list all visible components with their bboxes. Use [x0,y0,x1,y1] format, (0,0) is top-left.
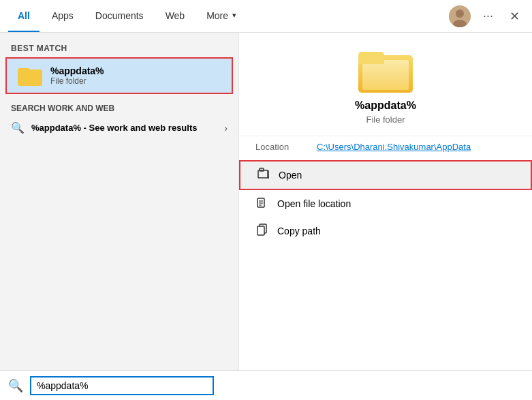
tab-apps[interactable]: Apps [42,0,83,32]
tab-web[interactable]: Web [156,0,195,32]
bottom-search-bar: 🔍 [0,370,532,400]
action-list: Open Open file location [239,160,532,245]
action-open-file-location[interactable]: Open file location [239,190,532,217]
action-copy-path[interactable]: Copy path [239,217,532,245]
folder-preview-icon [358,46,413,93]
svg-rect-4 [260,168,264,171]
copy-icon [255,224,269,239]
search-input[interactable] [30,376,214,395]
ellipsis-icon[interactable]: ··· [479,6,497,26]
file-location-icon [255,196,269,211]
open-icon [257,168,270,183]
search-icon: 🔍 [11,121,25,134]
main-layout: Best match %appdata% File folder Search … [0,33,532,370]
best-match-subtitle: File folder [50,76,104,86]
web-search-text: %appdata% - See work and web results [31,123,197,133]
best-match-title: %appdata% [50,65,104,76]
best-match-item[interactable]: %appdata% File folder [5,57,233,94]
right-subtitle: File folder [366,114,405,125]
open-label: Open [279,170,302,181]
action-open[interactable]: Open [239,160,532,190]
open-file-location-label: Open file location [277,198,351,209]
tab-documents[interactable]: Documents [86,0,153,32]
best-match-label: Best match [0,41,238,57]
close-icon[interactable]: ✕ [505,6,524,27]
tab-all[interactable]: All [8,0,40,32]
location-label: Location [255,142,317,152]
top-bar-right: ··· ✕ [449,5,524,27]
copy-path-label: Copy path [277,226,321,236]
svg-rect-12 [257,226,264,235]
chevron-right-icon: › [224,123,228,134]
location-row: Location C:\Users\Dharani.Shivakumar\App… [239,136,532,157]
search-web-label: Search work and web [0,99,238,116]
top-navigation-bar: All Apps Documents Web More ▾ ··· ✕ [0,0,532,33]
left-panel: Best match %appdata% File folder Search … [0,33,238,370]
location-value[interactable]: C:\Users\Dharani.Shivakumar\AppData [317,142,471,152]
tab-more[interactable]: More ▾ [197,0,246,32]
search-web-item[interactable]: 🔍 %appdata% - See work and web results › [0,116,238,140]
search-icon-bottom: 🔍 [8,378,23,393]
right-panel: %appdata% File folder Location C:\Users\… [238,33,532,370]
svg-point-1 [456,10,464,18]
right-title: %appdata% [355,99,416,112]
avatar[interactable] [449,5,471,27]
chevron-down-icon: ▾ [232,11,236,20]
folder-icon [18,65,42,86]
